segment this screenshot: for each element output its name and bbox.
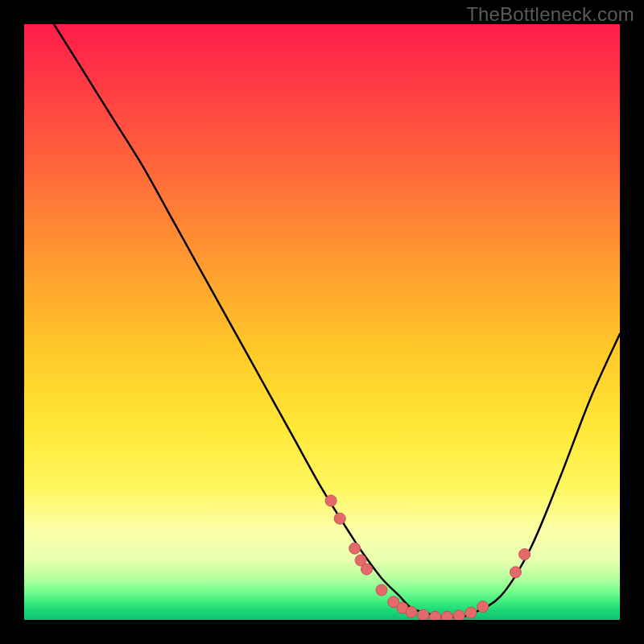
curve-marker [465, 607, 477, 618]
curve-marker [441, 611, 452, 620]
curve-marker [361, 564, 373, 575]
curve-marker [510, 567, 522, 578]
watermark-text: TheBottleneck.com [466, 3, 634, 26]
bottleneck-curve-path [54, 24, 620, 617]
curve-marker [406, 606, 417, 617]
marker-group [325, 495, 530, 620]
curve-marker [376, 584, 387, 596]
curve-marker [430, 611, 441, 620]
curve-marker [325, 495, 336, 506]
curve-marker [349, 543, 361, 554]
bottleneck-curve-svg [24, 24, 620, 620]
chart-stage: TheBottleneck.com [0, 0, 644, 644]
curve-marker [477, 601, 489, 613]
curve-marker [519, 549, 530, 560]
curve-marker [334, 513, 345, 524]
curve-marker [453, 610, 464, 620]
curve-marker [418, 609, 429, 620]
